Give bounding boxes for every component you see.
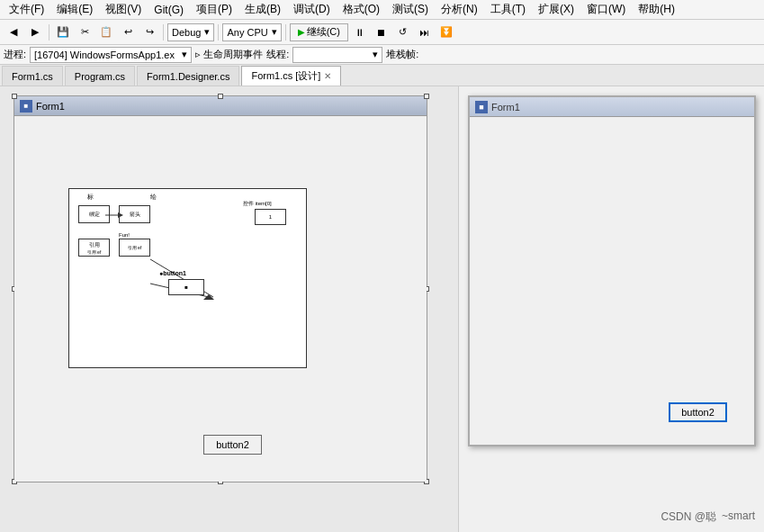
form1-window-body: button2: [470, 117, 754, 445]
handle-tl[interactable]: [12, 94, 17, 99]
form-container: ■ Form1 标 绘 绑定: [13, 95, 427, 482]
tab-formcs[interactable]: Form1.cs: [2, 66, 63, 86]
tab-programcs[interactable]: Program.cs: [65, 66, 135, 86]
menu-item-w[interactable]: 窗口(W): [581, 0, 631, 19]
form-body[interactable]: 标 绘 绑定 箭头: [14, 116, 427, 482]
designer-panel: ■ Form1 标 绘 绑定: [0, 86, 459, 532]
process-dropdown-arrow: ▾: [182, 49, 187, 60]
diag-button1-box: ■: [168, 279, 204, 295]
debug-mode-label: Debug: [172, 27, 201, 38]
toolbar-icon-btn-2[interactable]: 📋: [96, 23, 116, 42]
toolbar-back-btn[interactable]: ◀: [4, 23, 23, 42]
tab-label-3: Form1.cs [设计]: [251, 69, 320, 83]
toolbar-icon-btn-3[interactable]: ↩: [118, 23, 138, 42]
form1-window-title: Form1: [491, 102, 520, 113]
process-value: [16704] WindowsFormsApp1.ex: [34, 50, 175, 60]
toolbar-icon-btn-4[interactable]: ↪: [139, 23, 159, 42]
cpu-dropdown[interactable]: Any CPU▾: [222, 23, 281, 41]
lifecycle-label: ▹ 生命周期事件: [195, 48, 263, 61]
toolbar-debug-btn-3[interactable]: ⏭: [415, 23, 435, 42]
tab-label-0: Form1.cs: [12, 71, 53, 82]
toolbar-icon-btn-1[interactable]: ✂: [75, 23, 94, 42]
menu-bar: // Rendered inline below 文件(F)编辑(E)视图(V)…: [0, 0, 764, 20]
form-titlebar: ■ Form1: [14, 96, 427, 116]
thread-dropdown[interactable]: ▾: [292, 47, 382, 63]
menu-item-b[interactable]: 生成(B): [239, 0, 286, 19]
continue-label: 继续(C): [307, 25, 340, 39]
process-label: 进程:: [4, 48, 26, 61]
watermark-text2: ~smart: [722, 509, 755, 525]
menu-item-e[interactable]: 编辑(E): [51, 0, 98, 19]
continue-button[interactable]: ▶继续(C): [290, 23, 348, 41]
thread-dropdown-arrow: ▾: [373, 49, 378, 60]
diag-box-arrow-label: 箭头: [130, 211, 140, 219]
menu-item-d[interactable]: 调试(D): [288, 0, 336, 19]
main-area: ■ Form1 标 绘 绑定: [0, 86, 764, 532]
toolbar-debug-btn-4[interactable]: ⏬: [436, 23, 456, 42]
menu-item-t[interactable]: 工具(T): [485, 0, 531, 19]
menu-item-h[interactable]: 帮助(H): [633, 0, 680, 19]
debug-dropdown-arrow: ▾: [204, 26, 210, 38]
thread-label: 线程:: [266, 48, 289, 61]
diagram-area: 标 绘 绑定 箭头: [68, 188, 307, 368]
menu-item-x[interactable]: 扩展(X): [533, 0, 580, 19]
tabs-bar: Form1.csProgram.csForm1.Designer.csForm1…: [0, 65, 764, 86]
toolbar-debug-btn-0[interactable]: ⏸: [350, 23, 370, 42]
debug-mode-dropdown[interactable]: Debug▾: [167, 23, 214, 41]
toolbar-sep-1: [49, 24, 49, 41]
form1-window-titlebar: ■ Form1: [470, 97, 754, 117]
process-bar: 进程:[16704] WindowsFormsApp1.ex▾▹ 生命周期事件线…: [0, 45, 764, 65]
menu-item-s[interactable]: 测试(S): [387, 0, 434, 19]
toolbar-debug-btn-1[interactable]: ⏹: [372, 23, 391, 42]
toolbar-sep-2: [163, 24, 164, 41]
diag-label-1: 标: [87, 193, 94, 202]
diag-box-arrow: 箭头: [119, 205, 150, 223]
tab-label-2: Form1.Designer.cs: [147, 71, 229, 82]
tab-formcs[interactable]: Form1.cs [设计]✕: [241, 66, 341, 86]
menu-item-v[interactable]: 视图(V): [100, 0, 147, 19]
toolbar-icon-btn-0[interactable]: 💾: [53, 23, 73, 42]
toolbar-sep-3: [218, 24, 219, 41]
handle-tr[interactable]: [424, 94, 429, 99]
diag-arrows-svg: [69, 225, 308, 315]
toolbar-debug-btn-2[interactable]: ↺: [393, 23, 413, 42]
play-icon: ▶: [298, 27, 305, 37]
diag-button1-label: ●button1: [159, 270, 186, 276]
diag-item-box: 1: [255, 209, 286, 225]
menu-item-f[interactable]: 文件(F): [4, 0, 49, 19]
svg-marker-1: [118, 212, 123, 218]
form-title-label: Form1: [36, 101, 65, 112]
form1-window-icon: ■: [475, 101, 488, 113]
diag-item-label: 控件 item[0]: [243, 200, 288, 208]
stackframe-label: 堆栈帧:: [386, 48, 418, 61]
designer-button2[interactable]: button2: [203, 435, 262, 455]
watermark: CSDN @聪 ~smart: [661, 509, 755, 525]
menu-item-p[interactable]: 项目(P): [191, 0, 238, 19]
form1-preview-window: ■ Form1 button2: [468, 95, 756, 446]
cpu-label: Any CPU: [227, 27, 267, 38]
form-icon: ■: [20, 100, 32, 113]
watermark-text1: CSDN @聪: [661, 509, 716, 525]
cpu-dropdown-arrow: ▾: [272, 26, 277, 38]
menu-item-gitg[interactable]: Git(G): [148, 2, 189, 18]
menu-item-n[interactable]: 分析(N): [436, 0, 483, 19]
toolbar-forward-btn[interactable]: ▶: [25, 23, 45, 42]
tab-close-3[interactable]: ✕: [324, 71, 331, 81]
handle-tc[interactable]: [218, 94, 223, 99]
toolbar-sep-4: [285, 24, 286, 41]
process-dropdown[interactable]: [16704] WindowsFormsApp1.ex▾: [30, 47, 192, 63]
diag-arrow-svg: [105, 207, 123, 223]
form1-button2[interactable]: button2: [669, 402, 727, 422]
menu-item-o[interactable]: 格式(O): [337, 0, 385, 19]
diag-box-bind-label: 绑定: [89, 211, 100, 219]
diag-label-2: 绘: [150, 193, 157, 202]
tab-formdesignercs[interactable]: Form1.Designer.cs: [137, 66, 239, 86]
toolbar: ◀▶💾✂📋↩↪Debug▾Any CPU▾▶继续(C)⏸⏹↺⏭⏬: [0, 20, 764, 45]
right-panel: ■ Form1 button2 CSDN @聪 ~smart: [459, 86, 764, 532]
tab-label-1: Program.cs: [75, 71, 125, 82]
